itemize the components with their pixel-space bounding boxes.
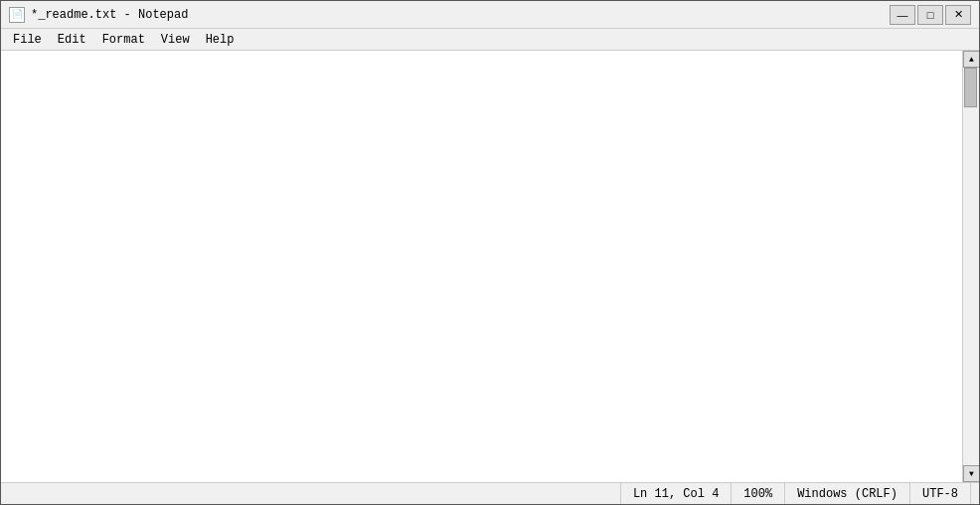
- close-button[interactable]: ✕: [945, 5, 971, 25]
- status-bar: Ln 11, Col 4 100% Windows (CRLF) UTF-8: [1, 482, 979, 504]
- title-bar-left: 📄 *_readme.txt - Notepad: [9, 7, 188, 23]
- text-editor[interactable]: [1, 51, 962, 482]
- content-area: ▲ ▼: [1, 51, 979, 482]
- menu-bar: File Edit Format View Help: [1, 29, 979, 51]
- zoom-level: 100%: [732, 483, 785, 504]
- window-title: *_readme.txt - Notepad: [31, 8, 188, 22]
- menu-help[interactable]: Help: [198, 31, 243, 49]
- title-bar-controls: — □ ✕: [890, 5, 971, 25]
- status-empty: [9, 483, 621, 504]
- title-bar: 📄 *_readme.txt - Notepad — □ ✕: [1, 1, 979, 29]
- scroll-track[interactable]: [963, 68, 979, 465]
- scroll-up-button[interactable]: ▲: [963, 51, 979, 68]
- minimize-button[interactable]: —: [890, 5, 915, 25]
- vertical-scrollbar[interactable]: ▲ ▼: [962, 51, 979, 482]
- app-icon: 📄: [9, 7, 25, 23]
- cursor-position: Ln 11, Col 4: [621, 483, 732, 504]
- menu-file[interactable]: File: [5, 31, 50, 49]
- scroll-thumb[interactable]: [964, 68, 977, 107]
- notepad-window: 📄 *_readme.txt - Notepad — □ ✕ File Edit…: [0, 0, 980, 505]
- menu-format[interactable]: Format: [94, 31, 153, 49]
- maximize-button[interactable]: □: [917, 5, 943, 25]
- scroll-down-button[interactable]: ▼: [963, 465, 979, 482]
- line-ending: Windows (CRLF): [785, 483, 910, 504]
- menu-view[interactable]: View: [153, 31, 198, 49]
- encoding: UTF-8: [910, 483, 971, 504]
- menu-edit[interactable]: Edit: [50, 31, 94, 49]
